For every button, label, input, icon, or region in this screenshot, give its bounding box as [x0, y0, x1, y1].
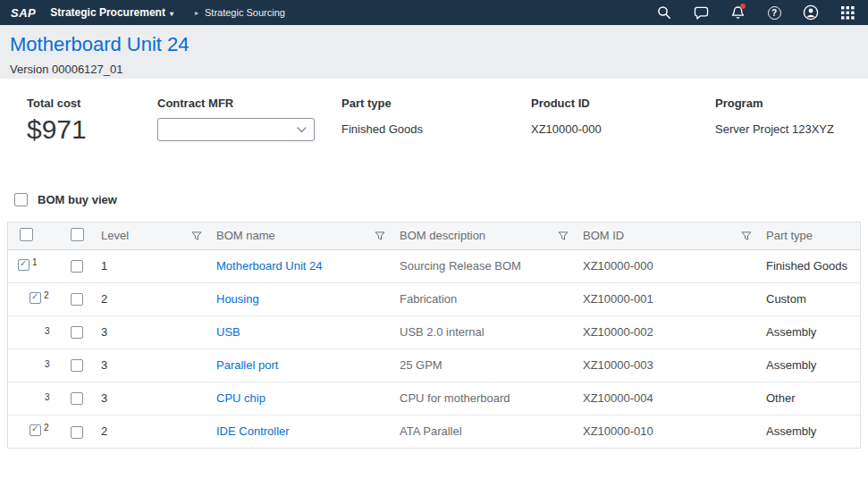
bom-description-cell: Sourcing Release BOM: [392, 249, 576, 282]
tree-level-number: 2: [44, 290, 49, 300]
tree-expander-checkbox[interactable]: [18, 259, 29, 271]
kpi-row: Total cost $971 Contract MFR Part type F…: [0, 79, 868, 145]
column-header-bom-name: BOM name: [216, 229, 275, 242]
tree-cell-content: 3: [15, 328, 50, 338]
program-label: Program: [715, 97, 868, 110]
breadcrumb-label: Strategic Sourcing: [205, 7, 285, 18]
column-header-level: Level: [101, 229, 129, 242]
filter-icon-bom-id[interactable]: [741, 231, 752, 241]
notification-badge: [740, 4, 746, 9]
select-all-checkbox[interactable]: [20, 228, 33, 241]
level-cell: 3: [94, 348, 209, 382]
copilot-icon[interactable]: [693, 4, 709, 21]
table-row: 3 3 CPU chip CPU for motherboard XZ10000…: [8, 382, 860, 415]
tree-level-number: 3: [45, 359, 50, 369]
tree-level-number: 3: [45, 326, 50, 336]
question-mark-glyph: ?: [768, 6, 781, 20]
search-icon[interactable]: [656, 4, 672, 21]
tree-cell-content: 2: [15, 292, 49, 304]
header-level-checkbox[interactable]: [71, 228, 84, 241]
shell-left: SAP Strategic Procurement ▾ ▸ Strategic …: [11, 6, 285, 20]
bom-id-cell: XZ10000-004: [576, 382, 759, 415]
apps-icon[interactable]: [839, 4, 855, 21]
bom-description-cell: Fabrication: [392, 282, 576, 315]
total-cost-label: Total cost: [27, 97, 157, 110]
bom-name-link[interactable]: Motherboard Unit 24: [216, 259, 323, 273]
bom-name-link[interactable]: Housing: [216, 292, 259, 306]
kpi-product-id: Product ID XZ10000-000: [531, 97, 715, 145]
contract-mfr-label: Contract MFR: [157, 97, 341, 110]
bom-description-cell: CPU for motherboard: [392, 382, 576, 415]
bom-table: Level BOM name BOM description BOM ID Pa…: [7, 222, 861, 449]
level-cell: 2: [94, 282, 209, 315]
chevron-down-icon: [297, 127, 307, 133]
bom-table-body: 1 1 Motherboard Unit 24 Sourcing Release…: [8, 249, 860, 448]
part-type-value: Finished Goods: [341, 122, 531, 136]
level-cell: 2: [94, 415, 209, 448]
table-header-row: Level BOM name BOM description BOM ID Pa…: [8, 223, 860, 249]
table-row: 2 2 IDE Controller ATA Parallel XZ10000-…: [8, 415, 860, 448]
filter-icon-level[interactable]: [191, 231, 202, 241]
breadcrumb-strategic-sourcing[interactable]: ▸ Strategic Sourcing: [195, 7, 285, 18]
filter-icon-bom-name[interactable]: [375, 231, 385, 241]
tree-cell-content: 3: [15, 361, 50, 371]
notifications-icon[interactable]: [729, 4, 746, 21]
bom-name-link[interactable]: IDE Controller: [216, 424, 290, 438]
contract-mfr-combobox[interactable]: [157, 118, 315, 141]
tree-expander-checkbox[interactable]: [29, 292, 41, 304]
bom-buy-view-checkbox[interactable]: [14, 193, 28, 206]
table-row: 3 3 USB USB 2.0 internal XZ10000-002 Ass…: [8, 315, 860, 348]
page-header: Motherboard Unit 24 Version 00006127_01: [0, 25, 868, 79]
bom-id-cell: XZ10000-002: [576, 315, 759, 348]
row-checkbox[interactable]: [71, 359, 83, 372]
table-row: 3 3 Parallel port 25 GPM XZ10000-003 Ass…: [8, 348, 860, 382]
tree-cell-content: 3: [15, 394, 50, 404]
product-id-label: Product ID: [531, 97, 715, 110]
row-checkbox[interactable]: [71, 426, 83, 439]
sap-logo[interactable]: SAP: [11, 6, 36, 20]
level-cell: 1: [94, 249, 209, 282]
program-value: Server Project 123XYZ: [715, 122, 868, 136]
tree-cell-content: 1: [15, 259, 38, 271]
filter-icon-bom-description[interactable]: [558, 231, 569, 241]
total-cost-value: $971: [27, 114, 157, 145]
product-switcher[interactable]: Strategic Procurement ▾: [50, 6, 173, 19]
row-checkbox[interactable]: [71, 392, 83, 405]
column-header-bom-description: BOM description: [400, 229, 485, 242]
part-type-cell: Assembly: [759, 415, 860, 448]
bom-description-cell: ATA Parallel: [392, 415, 576, 448]
chevron-down-icon: ▾: [170, 10, 173, 18]
level-cell: 3: [94, 315, 209, 348]
kpi-contract-mfr: Contract MFR: [157, 97, 341, 145]
bom-description-cell: 25 GPM: [392, 348, 576, 382]
bom-description-cell: USB 2.0 internal: [392, 315, 576, 348]
level-cell: 3: [94, 382, 209, 415]
bom-name-link[interactable]: Parallel port: [216, 358, 278, 372]
part-type-label: Part type: [341, 97, 531, 110]
profile-icon[interactable]: [803, 4, 819, 21]
help-icon[interactable]: ?: [766, 4, 782, 21]
bom-id-cell: XZ10000-010: [576, 415, 759, 448]
row-checkbox[interactable]: [71, 293, 83, 306]
page-title: Motherboard Unit 24: [10, 33, 854, 56]
row-checkbox[interactable]: [71, 326, 83, 339]
product-id-value: XZ10000-000: [531, 122, 715, 136]
tree-level-number: 3: [45, 392, 50, 402]
version-label: Version 00006127_01: [10, 63, 854, 76]
bom-buy-view-label: BOM buy view: [38, 193, 117, 206]
bom-id-cell: XZ10000-001: [576, 282, 759, 315]
part-type-cell: Assembly: [759, 348, 860, 382]
bom-name-link[interactable]: USB: [216, 325, 240, 339]
row-checkbox[interactable]: [71, 260, 83, 273]
bom-name-link[interactable]: CPU chip: [216, 391, 265, 405]
part-type-cell: Other: [759, 382, 860, 415]
bom-id-cell: XZ10000-000: [576, 249, 759, 282]
part-type-cell: Finished Goods: [759, 249, 860, 282]
table-row: 1 1 Motherboard Unit 24 Sourcing Release…: [8, 249, 860, 282]
shell-bar: SAP Strategic Procurement ▾ ▸ Strategic …: [0, 0, 868, 25]
part-type-cell: Custom: [759, 282, 860, 315]
shell-actions: ?: [656, 4, 855, 21]
bom-id-cell: XZ10000-003: [576, 348, 759, 382]
part-type-cell: Assembly: [759, 315, 860, 348]
tree-expander-checkbox[interactable]: [29, 424, 41, 436]
